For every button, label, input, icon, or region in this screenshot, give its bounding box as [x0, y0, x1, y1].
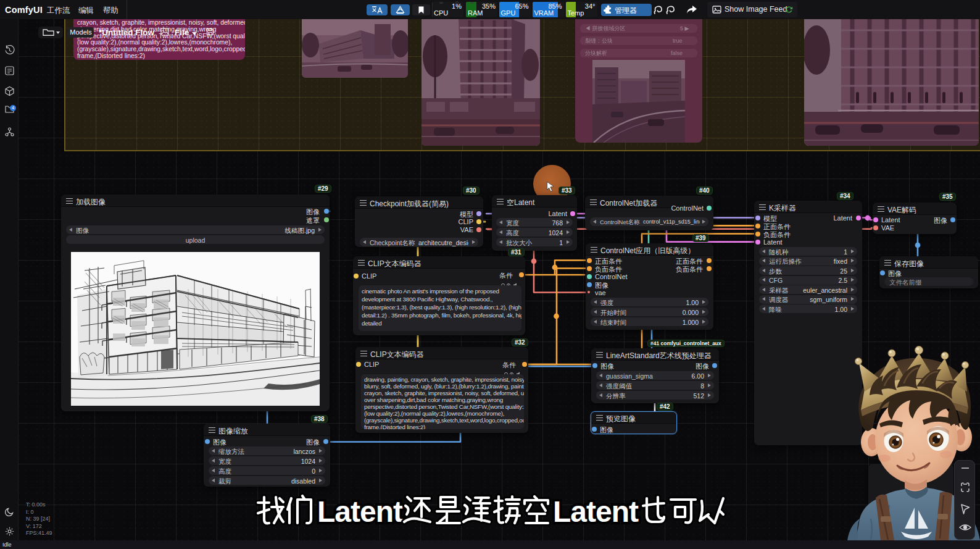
svg-text:Latent: Latent: [317, 495, 403, 528]
svg-text:Latent: Latent: [553, 495, 639, 528]
